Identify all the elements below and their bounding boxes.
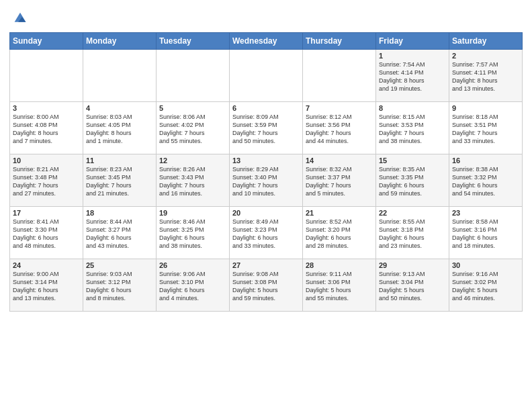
calendar-cell: 13Sunrise: 8:29 AM Sunset: 3:40 PM Dayli… <box>230 154 303 207</box>
calendar-cell <box>83 50 157 102</box>
day-info: Sunrise: 8:32 AM Sunset: 3:37 PM Dayligh… <box>306 165 373 198</box>
calendar-cell: 24Sunrise: 9:00 AM Sunset: 3:14 PM Dayli… <box>10 259 83 312</box>
week-row-0: 1Sunrise: 7:54 AM Sunset: 4:14 PM Daylig… <box>10 50 523 102</box>
day-info: Sunrise: 8:38 AM Sunset: 3:32 PM Dayligh… <box>452 165 519 198</box>
day-info: Sunrise: 8:55 AM Sunset: 3:18 PM Dayligh… <box>379 218 446 250</box>
day-number: 27 <box>232 261 300 269</box>
day-info: Sunrise: 8:06 AM Sunset: 4:02 PM Dayligh… <box>159 113 226 146</box>
day-number: 25 <box>86 261 153 269</box>
calendar-cell: 17Sunrise: 8:41 AM Sunset: 3:30 PM Dayli… <box>10 207 83 259</box>
day-number: 22 <box>379 209 446 217</box>
calendar-cell: 4Sunrise: 8:03 AM Sunset: 4:05 PM Daylig… <box>83 102 157 154</box>
day-info: Sunrise: 8:00 AM Sunset: 4:08 PM Dayligh… <box>13 113 80 146</box>
calendar-cell: 26Sunrise: 9:06 AM Sunset: 3:10 PM Dayli… <box>157 259 230 312</box>
day-number: 4 <box>86 104 153 112</box>
day-number: 29 <box>379 261 446 269</box>
day-number: 2 <box>452 52 519 60</box>
day-info: Sunrise: 8:23 AM Sunset: 3:45 PM Dayligh… <box>86 165 153 198</box>
day-info: Sunrise: 7:54 AM Sunset: 4:14 PM Dayligh… <box>379 60 446 93</box>
day-info: Sunrise: 8:49 AM Sunset: 3:23 PM Dayligh… <box>232 218 300 250</box>
calendar-cell <box>157 50 230 102</box>
day-info: Sunrise: 9:00 AM Sunset: 3:14 PM Dayligh… <box>13 270 80 303</box>
calendar-cell: 19Sunrise: 8:46 AM Sunset: 3:25 PM Dayli… <box>157 207 230 259</box>
day-number: 24 <box>13 261 80 269</box>
header-cell-tuesday: Tuesday <box>157 33 230 50</box>
day-number: 1 <box>379 52 446 60</box>
day-number: 28 <box>306 261 373 269</box>
day-info: Sunrise: 9:06 AM Sunset: 3:10 PM Dayligh… <box>159 270 226 303</box>
calendar-cell: 9Sunrise: 8:18 AM Sunset: 3:51 PM Daylig… <box>449 102 523 154</box>
day-info: Sunrise: 8:21 AM Sunset: 3:48 PM Dayligh… <box>13 165 80 198</box>
calendar-cell: 23Sunrise: 8:58 AM Sunset: 3:16 PM Dayli… <box>449 207 523 259</box>
calendar-body: 1Sunrise: 7:54 AM Sunset: 4:14 PM Daylig… <box>10 50 523 312</box>
day-number: 17 <box>13 209 80 217</box>
logo <box>9 9 30 28</box>
calendar-cell <box>303 50 376 102</box>
day-info: Sunrise: 8:03 AM Sunset: 4:05 PM Dayligh… <box>86 113 153 146</box>
day-number: 6 <box>232 104 300 112</box>
calendar-cell: 6Sunrise: 8:09 AM Sunset: 3:59 PM Daylig… <box>230 102 303 154</box>
calendar-cell: 22Sunrise: 8:55 AM Sunset: 3:18 PM Dayli… <box>376 207 449 259</box>
calendar-cell: 7Sunrise: 8:12 AM Sunset: 3:56 PM Daylig… <box>303 102 376 154</box>
logo-icon <box>11 9 30 28</box>
day-info: Sunrise: 8:09 AM Sunset: 3:59 PM Dayligh… <box>232 113 300 146</box>
calendar-cell: 20Sunrise: 8:49 AM Sunset: 3:23 PM Dayli… <box>230 207 303 259</box>
day-number: 7 <box>306 104 373 112</box>
day-info: Sunrise: 9:13 AM Sunset: 3:04 PM Dayligh… <box>379 270 446 303</box>
day-info: Sunrise: 8:58 AM Sunset: 3:16 PM Dayligh… <box>452 218 519 250</box>
day-info: Sunrise: 8:15 AM Sunset: 3:53 PM Dayligh… <box>379 113 446 146</box>
day-number: 26 <box>159 261 226 269</box>
header-cell-friday: Friday <box>376 33 449 50</box>
day-number: 20 <box>232 209 300 217</box>
day-info: Sunrise: 9:03 AM Sunset: 3:12 PM Dayligh… <box>86 270 153 303</box>
week-row-2: 10Sunrise: 8:21 AM Sunset: 3:48 PM Dayli… <box>10 154 523 207</box>
calendar-cell <box>10 50 83 102</box>
calendar-cell: 18Sunrise: 8:44 AM Sunset: 3:27 PM Dayli… <box>83 207 157 259</box>
day-info: Sunrise: 8:26 AM Sunset: 3:43 PM Dayligh… <box>159 165 226 198</box>
header-row: SundayMondayTuesdayWednesdayThursdayFrid… <box>10 33 523 50</box>
day-number: 3 <box>13 104 80 112</box>
calendar-cell: 30Sunrise: 9:16 AM Sunset: 3:02 PM Dayli… <box>449 259 523 312</box>
calendar-cell: 14Sunrise: 8:32 AM Sunset: 3:37 PM Dayli… <box>303 154 376 207</box>
day-info: Sunrise: 8:41 AM Sunset: 3:30 PM Dayligh… <box>13 218 80 250</box>
day-number: 12 <box>159 156 226 165</box>
calendar-cell <box>230 50 303 102</box>
header-cell-monday: Monday <box>83 33 157 50</box>
day-number: 23 <box>452 209 519 217</box>
calendar-header: SundayMondayTuesdayWednesdayThursdayFrid… <box>10 33 523 50</box>
day-number: 8 <box>379 104 446 112</box>
day-info: Sunrise: 8:46 AM Sunset: 3:25 PM Dayligh… <box>159 218 226 250</box>
calendar-cell: 8Sunrise: 8:15 AM Sunset: 3:53 PM Daylig… <box>376 102 449 154</box>
day-number: 10 <box>13 156 80 165</box>
day-info: Sunrise: 7:57 AM Sunset: 4:11 PM Dayligh… <box>452 60 519 93</box>
day-info: Sunrise: 8:44 AM Sunset: 3:27 PM Dayligh… <box>86 218 153 250</box>
day-number: 14 <box>306 156 373 165</box>
calendar-cell: 2Sunrise: 7:57 AM Sunset: 4:11 PM Daylig… <box>449 50 523 102</box>
header-cell-wednesday: Wednesday <box>230 33 303 50</box>
week-row-1: 3Sunrise: 8:00 AM Sunset: 4:08 PM Daylig… <box>10 102 523 154</box>
calendar-cell: 10Sunrise: 8:21 AM Sunset: 3:48 PM Dayli… <box>10 154 83 207</box>
calendar-cell: 29Sunrise: 9:13 AM Sunset: 3:04 PM Dayli… <box>376 259 449 312</box>
day-number: 19 <box>159 209 226 217</box>
calendar-cell: 25Sunrise: 9:03 AM Sunset: 3:12 PM Dayli… <box>83 259 157 312</box>
week-row-3: 17Sunrise: 8:41 AM Sunset: 3:30 PM Dayli… <box>10 207 523 259</box>
day-number: 30 <box>452 261 519 269</box>
day-info: Sunrise: 9:11 AM Sunset: 3:06 PM Dayligh… <box>306 270 373 303</box>
day-info: Sunrise: 8:52 AM Sunset: 3:20 PM Dayligh… <box>306 218 373 250</box>
day-info: Sunrise: 8:29 AM Sunset: 3:40 PM Dayligh… <box>232 165 300 198</box>
header-cell-thursday: Thursday <box>303 33 376 50</box>
calendar-cell: 28Sunrise: 9:11 AM Sunset: 3:06 PM Dayli… <box>303 259 376 312</box>
calendar-cell: 16Sunrise: 8:38 AM Sunset: 3:32 PM Dayli… <box>449 154 523 207</box>
day-number: 21 <box>306 209 373 217</box>
day-number: 15 <box>379 156 446 165</box>
day-info: Sunrise: 9:08 AM Sunset: 3:08 PM Dayligh… <box>232 270 300 303</box>
day-number: 5 <box>159 104 226 112</box>
week-row-4: 24Sunrise: 9:00 AM Sunset: 3:14 PM Dayli… <box>10 259 523 312</box>
main-container: SundayMondayTuesdayWednesdayThursdayFrid… <box>0 0 532 317</box>
calendar-cell: 27Sunrise: 9:08 AM Sunset: 3:08 PM Dayli… <box>230 259 303 312</box>
day-number: 18 <box>86 209 153 217</box>
day-info: Sunrise: 8:12 AM Sunset: 3:56 PM Dayligh… <box>306 113 373 146</box>
day-number: 16 <box>452 156 519 165</box>
calendar-cell: 12Sunrise: 8:26 AM Sunset: 3:43 PM Dayli… <box>157 154 230 207</box>
calendar-cell: 21Sunrise: 8:52 AM Sunset: 3:20 PM Dayli… <box>303 207 376 259</box>
